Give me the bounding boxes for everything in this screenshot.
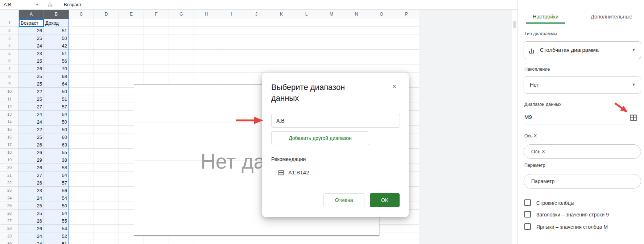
row-header-14[interactable]: 14: [0, 118, 19, 126]
cell-B14[interactable]: 50: [44, 118, 69, 126]
cell-B5[interactable]: 51: [44, 50, 69, 57]
select-data-range-button[interactable]: [629, 114, 638, 123]
cell-A10[interactable]: 22: [19, 88, 44, 95]
cell-B15[interactable]: 50: [44, 126, 69, 133]
column-header-F[interactable]: F: [144, 10, 169, 19]
checkbox-use-row9-headers[interactable]: [524, 211, 531, 218]
cell-B8[interactable]: 68: [44, 73, 69, 80]
add-range-button[interactable]: Добавить другой диапазон: [271, 131, 369, 145]
row-header-23[interactable]: 23: [0, 187, 19, 194]
cell-B19[interactable]: 38: [44, 156, 69, 164]
scrollbar-thumb[interactable]: [513, 21, 516, 28]
row-header-18[interactable]: 18: [0, 149, 19, 156]
column-header-K[interactable]: K: [269, 10, 294, 19]
formula-input[interactable]: Возраст: [64, 0, 82, 9]
name-box-dropdown-icon[interactable]: ▾: [36, 0, 38, 9]
cell-A18[interactable]: 26: [19, 149, 44, 156]
cell-B18[interactable]: 55: [44, 149, 69, 156]
cell-B26[interactable]: 54: [44, 210, 69, 217]
row-header-8[interactable]: 8: [0, 73, 19, 80]
cell-B16[interactable]: 60: [44, 133, 69, 141]
column-header-P[interactable]: P: [394, 10, 419, 19]
row-header-30[interactable]: 30: [0, 240, 19, 244]
row-header-6[interactable]: 6: [0, 57, 19, 65]
row-header-15[interactable]: 15: [0, 126, 19, 133]
cell-B6[interactable]: 56: [44, 57, 69, 65]
column-header-G[interactable]: G: [169, 10, 194, 19]
x-axis-input[interactable]: [524, 144, 641, 159]
column-header-I[interactable]: I: [219, 10, 244, 19]
recommendation-item[interactable]: A1:B142: [278, 168, 309, 177]
cell-B22[interactable]: 57: [44, 179, 69, 187]
cell-A1-active[interactable]: Возраст: [19, 19, 44, 27]
cell-A28[interactable]: 26: [19, 225, 44, 232]
cell-A17[interactable]: 26: [19, 141, 44, 149]
cell-B20[interactable]: 58: [44, 164, 69, 171]
row-header-9[interactable]: 9: [0, 80, 19, 88]
cell-B17[interactable]: 63: [44, 141, 69, 149]
cell-A23[interactable]: 23: [19, 187, 44, 194]
cell-A25[interactable]: 25: [19, 202, 44, 210]
cell-A26[interactable]: 25: [19, 210, 44, 217]
row-header-16[interactable]: 16: [0, 133, 19, 141]
row-header-20[interactable]: 20: [0, 164, 19, 171]
cell-B24[interactable]: 54: [44, 194, 69, 202]
cell-A11[interactable]: 25: [19, 95, 44, 103]
cell-B1[interactable]: Доход: [44, 19, 69, 27]
row-header-28[interactable]: 28: [0, 225, 19, 232]
cell-A29[interactable]: 24: [19, 232, 44, 240]
row-header-2[interactable]: 2: [0, 27, 19, 34]
row-header-29[interactable]: 29: [0, 232, 19, 240]
cell-A8[interactable]: 25: [19, 73, 44, 80]
column-header-M[interactable]: M: [319, 10, 344, 19]
cell-B29[interactable]: 52: [44, 232, 69, 240]
cell-A7[interactable]: 26: [19, 65, 44, 73]
select-all-corner[interactable]: [0, 10, 19, 19]
cell-B11[interactable]: 51: [44, 95, 69, 103]
data-range-value[interactable]: M9: [524, 114, 532, 120]
cell-A22[interactable]: 26: [19, 179, 44, 187]
chart-type-select[interactable]: Столбчатая диаграмма ▼: [524, 41, 641, 59]
column-header-E[interactable]: E: [119, 10, 144, 19]
cell-A14[interactable]: 24: [19, 118, 44, 126]
row-header-21[interactable]: 21: [0, 171, 19, 179]
cell-A9[interactable]: 25: [19, 80, 44, 88]
cell-A5[interactable]: 23: [19, 50, 44, 57]
checkbox-use-columnM-labels[interactable]: [524, 223, 531, 230]
cell-B7[interactable]: 70: [44, 65, 69, 73]
series-input[interactable]: [524, 174, 641, 189]
vertical-scrollbar[interactable]: [512, 10, 517, 244]
row-header-5[interactable]: 5: [0, 50, 19, 57]
column-header-B[interactable]: B: [44, 10, 69, 19]
cell-A13[interactable]: 24: [19, 111, 44, 118]
column-header-O[interactable]: O: [369, 10, 394, 19]
cell-B21[interactable]: 54: [44, 171, 69, 179]
cell-A4[interactable]: 24: [19, 42, 44, 50]
row-header-12[interactable]: 12: [0, 103, 19, 111]
cell-B25[interactable]: 50: [44, 202, 69, 210]
cell-B28[interactable]: 54: [44, 225, 69, 232]
tab-advanced[interactable]: Дополнительные: [586, 11, 637, 22]
row-header-24[interactable]: 24: [0, 194, 19, 202]
row-header-10[interactable]: 10: [0, 88, 19, 95]
cell-B12[interactable]: 57: [44, 103, 69, 111]
row-header-22[interactable]: 22: [0, 179, 19, 187]
cell-A2[interactable]: 26: [19, 27, 44, 34]
column-header-C[interactable]: C: [69, 10, 94, 19]
cell-A3[interactable]: 25: [19, 34, 44, 42]
cell-B23[interactable]: 56: [44, 187, 69, 194]
column-header-J[interactable]: J: [244, 10, 269, 19]
row-header-7[interactable]: 7: [0, 65, 19, 73]
cell-B9[interactable]: 64: [44, 80, 69, 88]
row-header-1[interactable]: 1: [0, 19, 19, 27]
close-icon[interactable]: ×: [390, 82, 399, 91]
cell-B10[interactable]: 50: [44, 88, 69, 95]
column-header-D[interactable]: D: [94, 10, 119, 19]
cell-B4[interactable]: 42: [44, 42, 69, 50]
cancel-button[interactable]: Отмена: [323, 193, 364, 207]
row-header-26[interactable]: 26: [0, 210, 19, 217]
cell-A6[interactable]: 25: [19, 57, 44, 65]
column-header-A[interactable]: A: [19, 10, 44, 19]
cell-B2[interactable]: 51: [44, 27, 69, 34]
row-header-25[interactable]: 25: [0, 202, 19, 210]
